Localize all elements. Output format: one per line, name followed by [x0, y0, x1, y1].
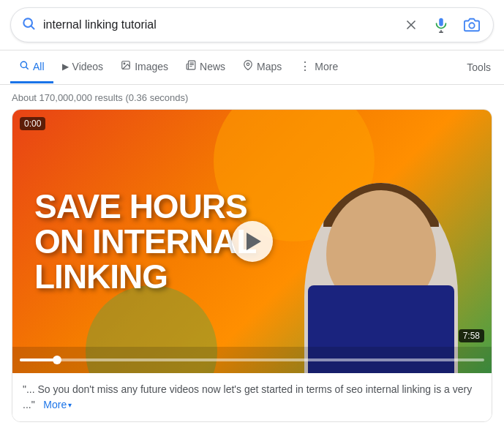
tab-maps-label: Maps [257, 61, 282, 72]
progress-thumb [53, 356, 61, 364]
video-duration-badge: 7:58 [459, 329, 484, 342]
video-progress-bar[interactable] [12, 347, 492, 373]
tab-news[interactable]: News [177, 51, 234, 83]
images-tab-icon [121, 60, 131, 72]
video-title-line3: LINKING [34, 259, 256, 294]
clear-button[interactable] [401, 15, 421, 35]
svg-line-1 [31, 26, 34, 29]
tab-maps[interactable]: Maps [234, 51, 290, 83]
close-icon [404, 18, 418, 32]
svg-point-11 [124, 63, 125, 64]
image-search-button[interactable] [461, 14, 483, 36]
video-thumbnail[interactable]: SAVE HOURS ON INTERNAL LINKING 0:00 7:58 [12, 110, 492, 373]
search-bar-icons [401, 14, 483, 36]
tab-all[interactable]: All [10, 51, 53, 83]
voice-search-button[interactable] [430, 14, 452, 36]
maps-tab-icon [243, 60, 253, 72]
progress-fill [20, 358, 57, 361]
tab-images[interactable]: Images [112, 51, 177, 83]
play-triangle-icon [247, 233, 261, 250]
tab-more-label: More [315, 61, 338, 72]
progress-track[interactable] [20, 358, 484, 361]
svg-line-9 [26, 67, 29, 70]
search-input[interactable] [43, 18, 395, 31]
news-tab-icon [186, 60, 196, 72]
more-link[interactable]: More ▾ [43, 397, 72, 413]
video-title-line1: SAVE HOURS [34, 189, 256, 224]
play-button[interactable] [232, 221, 273, 262]
results-count: About 170,000,000 results (0.36 seconds) [0, 85, 504, 109]
search-tab-icon [19, 60, 29, 72]
tab-videos[interactable]: ▶ Videos [53, 52, 113, 83]
microphone-icon [433, 17, 449, 33]
search-bar-wrapper [0, 0, 504, 50]
video-description-text: "... So you don't miss any future videos… [23, 383, 472, 410]
svg-point-7 [469, 23, 474, 28]
video-timestamp-badge: 0:00 [20, 117, 45, 130]
more-link-label: More [43, 397, 67, 413]
tab-all-label: All [33, 61, 45, 72]
camera-icon [464, 17, 480, 33]
chevron-down-icon: ▾ [68, 399, 72, 410]
svg-point-15 [247, 63, 249, 66]
tab-news-label: News [200, 61, 225, 72]
search-icon [21, 16, 36, 34]
video-description: "... So you don't miss any future videos… [12, 373, 492, 421]
more-tab-icon: ⋮ [299, 59, 311, 73]
video-tab-icon: ▶ [62, 61, 69, 72]
tabs-bar: All ▶ Videos Images News Maps ⋮ More Too… [0, 50, 504, 85]
search-bar [10, 7, 494, 42]
video-card: SAVE HOURS ON INTERNAL LINKING 0:00 7:58 [12, 109, 492, 422]
video-title-block: SAVE HOURS ON INTERNAL LINKING [34, 189, 256, 295]
person-head [304, 183, 458, 373]
tab-images-label: Images [135, 61, 168, 72]
tab-videos-label: Videos [72, 61, 104, 72]
tab-more[interactable]: ⋮ More [290, 50, 347, 84]
tools-button[interactable]: Tools [464, 53, 494, 82]
video-title-line2: ON INTERNAL [34, 224, 256, 259]
